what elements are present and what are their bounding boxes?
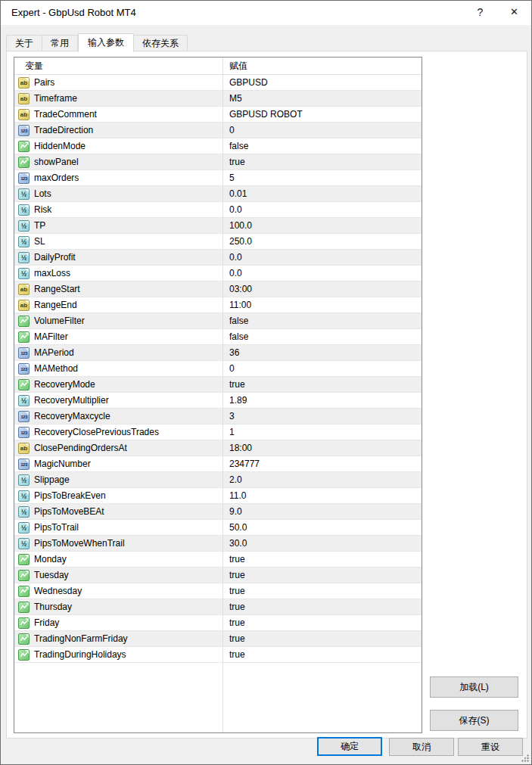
param-value[interactable]: 100.0 [222, 218, 422, 233]
table-row[interactable]: Mondaytrue [14, 552, 422, 568]
table-row[interactable]: 123TradeDirection0 [14, 123, 422, 138]
table-row[interactable]: ½Slippage2.0 [14, 472, 422, 488]
resize-grip[interactable] [521, 754, 529, 762]
table-row[interactable]: abTimeframeM5 [14, 91, 422, 107]
param-value[interactable]: false [222, 329, 422, 344]
param-value[interactable]: 1 [222, 424, 422, 440]
save-button[interactable]: 保存(S) [430, 710, 518, 731]
table-row[interactable]: Fridaytrue [14, 615, 422, 631]
table-row[interactable]: abTradeCommentGBPUSD ROBOT [14, 107, 422, 123]
table-row[interactable]: ½DailyProfit0.0 [14, 250, 422, 266]
param-value[interactable]: 3 [222, 409, 422, 424]
param-name-cell: ½PipsToTrail [14, 520, 222, 535]
table-row[interactable]: ½PipsToTrail50.0 [14, 520, 422, 536]
param-name-cell: TradingDuringHolidays [14, 647, 222, 662]
param-value[interactable]: true [222, 568, 422, 583]
table-row[interactable]: ½PipsToMoveWhenTrail30.0 [14, 536, 422, 552]
param-value[interactable]: 0.0 [222, 250, 422, 265]
param-value[interactable]: 250.0 [222, 234, 422, 249]
table-row[interactable]: ½SL250.0 [14, 234, 422, 250]
param-value[interactable]: true [222, 583, 422, 599]
param-value[interactable]: 0.01 [222, 186, 422, 201]
param-value[interactable]: 9.0 [222, 504, 422, 519]
tab-common[interactable]: 常用 [42, 35, 78, 51]
param-value[interactable]: true [222, 599, 422, 614]
param-value[interactable]: true [222, 377, 422, 392]
param-value[interactable]: false [222, 313, 422, 328]
param-value[interactable]: 0.0 [222, 266, 422, 281]
param-name: Wednesday [34, 586, 82, 596]
param-value[interactable]: 36 [222, 345, 422, 360]
param-value[interactable]: GBPUSD ROBOT [222, 107, 422, 122]
param-value[interactable]: 1.89 [222, 393, 422, 408]
cancel-button[interactable]: 取消 [389, 738, 454, 756]
param-value[interactable]: 18:00 [222, 440, 422, 456]
table-row[interactable]: RecoveryModetrue [14, 377, 422, 393]
table-row[interactable]: 123MAPeriod36 [14, 345, 422, 361]
table-row[interactable]: Wednesdaytrue [14, 583, 422, 599]
load-button[interactable]: 加载(L) [430, 676, 518, 698]
param-value[interactable]: 11.0 [222, 488, 422, 503]
table-row[interactable]: showPaneltrue [14, 154, 422, 170]
param-value[interactable]: true [222, 552, 422, 567]
int-type-icon: 123 [18, 363, 30, 375]
table-row[interactable]: Thursdaytrue [14, 599, 422, 615]
table-row[interactable]: Tuesdaytrue [14, 568, 422, 583]
param-name: RecoveryClosePreviousTrades [34, 427, 159, 437]
double-type-icon: ½ [18, 204, 30, 216]
param-value[interactable]: 0 [222, 361, 422, 376]
param-value[interactable]: GBPUSD [222, 75, 422, 90]
param-value[interactable]: 2.0 [222, 472, 422, 487]
param-value[interactable]: 0 [222, 123, 422, 138]
table-row[interactable]: ½PipsToBreakEven11.0 [14, 488, 422, 504]
param-value[interactable]: 5 [222, 170, 422, 185]
param-value[interactable]: true [222, 647, 422, 662]
table-row[interactable]: abClosePendingOrdersAt18:00 [14, 440, 422, 456]
param-value[interactable]: false [222, 138, 422, 154]
table-row[interactable]: 123RecoveryMaxcycle3 [14, 409, 422, 424]
param-value[interactable]: 30.0 [222, 536, 422, 551]
table-row[interactable]: ½Lots0.01 [14, 186, 422, 202]
table-row[interactable]: TradingNonFarmFridaytrue [14, 631, 422, 647]
param-name: TP [34, 220, 45, 231]
param-value[interactable]: 234777 [222, 456, 422, 471]
table-header: 变量 赋值 [14, 58, 422, 75]
tab-inputs[interactable]: 输入参数 [78, 33, 134, 52]
param-value[interactable]: M5 [222, 91, 422, 106]
param-name: Risk [34, 204, 51, 215]
param-value[interactable]: 0.0 [222, 202, 422, 217]
table-row[interactable]: ½Risk0.0 [14, 202, 422, 218]
help-button[interactable]: ? [463, 1, 497, 25]
table-row[interactable]: abPairsGBPUSD [14, 75, 422, 91]
table-row[interactable]: VolumeFilterfalse [14, 313, 422, 329]
table-row[interactable]: 123MagicNumber234777 [14, 456, 422, 472]
tab-about[interactable]: 关于 [6, 35, 42, 51]
param-value[interactable]: true [222, 615, 422, 630]
table-row[interactable]: 123maxOrders5 [14, 170, 422, 186]
reset-button[interactable]: 重设 [458, 738, 523, 756]
ok-button[interactable]: 确定 [317, 737, 382, 756]
table-row[interactable]: ½PipsToMoveBEAt9.0 [14, 504, 422, 520]
close-button[interactable]: ✕ [497, 1, 531, 25]
table-row[interactable]: 123RecoveryClosePreviousTrades1 [14, 424, 422, 440]
table-row[interactable]: HiddenModefalse [14, 138, 422, 154]
param-value[interactable]: 50.0 [222, 520, 422, 535]
tab-dependencies[interactable]: 依存关系 [134, 35, 188, 51]
param-name-cell: MAFilter [14, 329, 222, 344]
param-value[interactable]: true [222, 154, 422, 169]
table-row[interactable]: 123MAMethod0 [14, 361, 422, 377]
title-bar[interactable]: Expert - GbpUsd Robot MT4 ? ✕ [1, 1, 531, 25]
table-row[interactable]: abRangeEnd11:00 [14, 297, 422, 313]
bool-type-icon [18, 570, 30, 581]
param-value[interactable]: 03:00 [222, 281, 422, 297]
column-divider[interactable] [222, 58, 223, 732]
param-value[interactable]: 11:00 [222, 297, 422, 313]
table-row[interactable]: MAFilterfalse [14, 329, 422, 345]
table-row[interactable]: TradingDuringHolidaystrue [14, 647, 422, 663]
param-value[interactable]: true [222, 631, 422, 646]
param-name-cell: ½TP [14, 218, 222, 233]
table-row[interactable]: ½maxLoss0.0 [14, 266, 422, 281]
table-row[interactable]: abRangeStart03:00 [14, 281, 422, 297]
table-row[interactable]: ½RecoveryMultiplier1.89 [14, 393, 422, 409]
table-row[interactable]: ½TP100.0 [14, 218, 422, 234]
